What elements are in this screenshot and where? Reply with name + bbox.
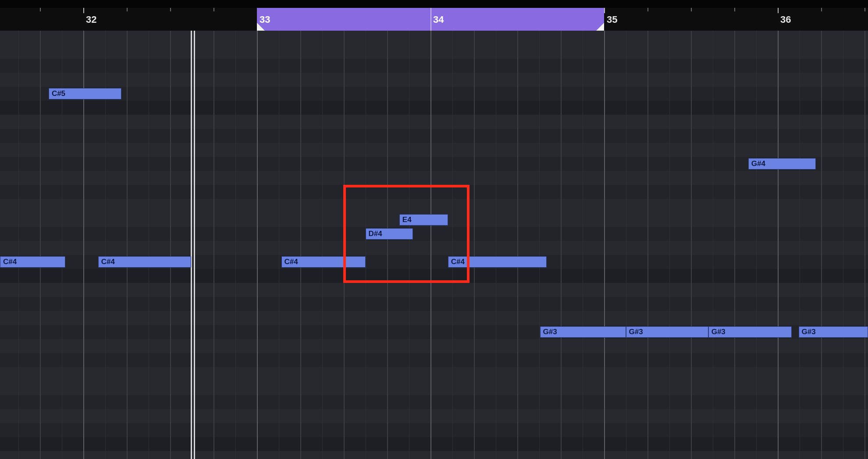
midi-note[interactable]: E4	[399, 214, 448, 226]
pitch-row	[0, 143, 868, 157]
tick-mark-minor	[691, 8, 692, 11]
midi-note[interactable]: C#4	[98, 256, 191, 268]
gridline	[149, 31, 149, 459]
gridline	[300, 31, 301, 459]
ruler-top-strip	[0, 0, 868, 8]
barline	[430, 31, 431, 459]
loop-start-label: 33	[260, 14, 270, 25]
pitch-row	[0, 451, 868, 459]
timeline-ruler[interactable]: 33 34 32	[0, 0, 868, 31]
tick-mark-minor	[821, 8, 822, 11]
pitch-row	[0, 437, 868, 451]
tick-mark-minor	[213, 8, 214, 11]
gridline	[539, 31, 540, 459]
midi-note[interactable]: G#3	[708, 326, 792, 338]
tick-mark-minor	[127, 8, 128, 11]
pitch-row	[0, 73, 868, 87]
gridline	[344, 31, 345, 459]
gridline	[626, 31, 626, 459]
pitch-row	[0, 101, 868, 115]
pitch-row	[0, 31, 868, 45]
midi-note[interactable]: C#4	[448, 256, 547, 268]
gridline	[170, 31, 171, 459]
gridline	[279, 31, 279, 459]
tick-mark-minor	[734, 8, 735, 11]
gridline	[366, 31, 366, 459]
gridline	[800, 31, 800, 459]
barline	[778, 31, 779, 459]
gridline	[496, 31, 496, 459]
gridline	[864, 31, 865, 459]
loop-mid-divider	[430, 8, 431, 31]
pitch-row	[0, 269, 868, 283]
midi-note[interactable]: G#4	[748, 158, 816, 169]
tick-mark-minor	[170, 8, 171, 11]
pitch-row	[0, 185, 868, 199]
gridline	[583, 31, 583, 459]
gridline	[669, 31, 670, 459]
tick-mark-minor	[40, 8, 41, 11]
bar-number: 36	[780, 14, 791, 25]
gridline	[213, 31, 214, 459]
gridline	[322, 31, 323, 459]
gridline	[756, 31, 757, 459]
gridline	[561, 31, 562, 459]
loop-region[interactable]: 33 34	[257, 8, 604, 31]
pitch-row	[0, 409, 868, 423]
tick-mark-minor	[647, 8, 648, 11]
piano-roll-grid[interactable]: C#5C#4C#4C#4D#4E4C#4G#4G#3G#3G#3G#3	[0, 31, 868, 459]
midi-note[interactable]: C#4	[0, 256, 65, 268]
gridline	[517, 31, 518, 459]
pitch-row	[0, 171, 868, 185]
pitch-row	[0, 283, 868, 297]
pitch-row	[0, 339, 868, 353]
tick-mark	[778, 8, 779, 13]
pitch-row	[0, 115, 868, 129]
midi-note[interactable]: C#4	[281, 256, 366, 268]
barline	[604, 31, 605, 459]
gridline	[843, 31, 843, 459]
pitch-row	[0, 157, 868, 171]
gridline	[691, 31, 692, 459]
pitch-row	[0, 87, 868, 101]
pitch-row	[0, 395, 868, 409]
barline	[257, 31, 258, 459]
midi-note[interactable]: G#3	[799, 326, 868, 338]
gridline	[647, 31, 648, 459]
bar-number: 32	[86, 14, 96, 25]
gridline	[235, 31, 236, 459]
pitch-row	[0, 311, 868, 325]
gridline	[18, 31, 19, 459]
gridline	[821, 31, 822, 459]
pitch-row	[0, 199, 868, 213]
pitch-row	[0, 59, 868, 73]
tick-mark	[83, 8, 84, 13]
gridline	[127, 31, 128, 459]
gridline	[713, 31, 713, 459]
pitch-row	[0, 45, 868, 59]
tick-mark	[604, 8, 605, 13]
gridline	[40, 31, 41, 459]
pitch-row	[0, 353, 868, 367]
pitch-row	[0, 129, 868, 143]
tick-mark-minor	[864, 8, 865, 11]
bar-number: 35	[607, 14, 617, 25]
pitch-row	[0, 367, 868, 381]
midi-note[interactable]: D#4	[366, 228, 413, 240]
gridline	[409, 31, 409, 459]
pitch-row	[0, 381, 868, 395]
pitch-row	[0, 297, 868, 311]
gridline	[387, 31, 388, 459]
pitch-row	[0, 423, 868, 437]
midi-note[interactable]: C#5	[49, 88, 121, 99]
pitch-row	[0, 241, 868, 255]
gridline	[474, 31, 475, 459]
midi-note[interactable]: G#3	[540, 326, 626, 338]
gridline	[734, 31, 735, 459]
midi-note[interactable]: G#3	[626, 326, 708, 338]
gridline	[192, 31, 192, 459]
gridline	[452, 31, 453, 459]
pitch-row	[0, 227, 868, 241]
loop-mid-label: 34	[433, 14, 444, 25]
